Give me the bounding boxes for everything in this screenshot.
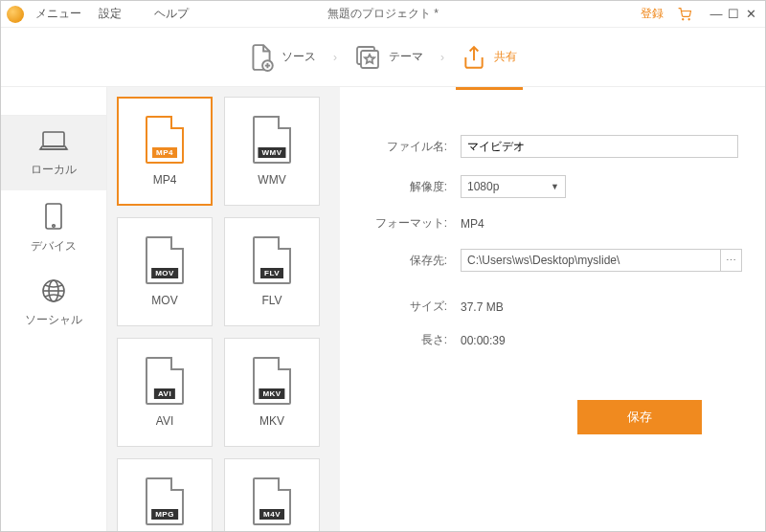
app-window: メニュー 設定 ヘルプ 無題のプロジェクト * 登録 — ☐ ✕ ソース › テ… <box>0 0 766 532</box>
save-button[interactable]: 保存 <box>577 400 702 434</box>
chevron-down-icon: ▼ <box>551 182 559 191</box>
sidebar-item-label: デバイス <box>31 238 77 255</box>
file-icon: M4V <box>253 477 291 525</box>
document-plus-icon <box>249 43 274 72</box>
file-icon: FLV <box>253 236 291 284</box>
resolution-value: 1080p <box>467 180 499 193</box>
file-icon: MKV <box>253 357 291 405</box>
export-form: ファイル名: 解像度: 1080p ▼ フォーマット: MP4 保存先: C:\… <box>340 87 765 531</box>
sidebar-item-label: ソーシャル <box>25 312 82 328</box>
mobile-icon <box>44 202 63 231</box>
chevron-right-icon: › <box>440 51 444 64</box>
format-label: WMV <box>258 173 285 187</box>
size-label: サイズ: <box>363 299 447 315</box>
format-card-mp4[interactable]: MP4MP4 <box>117 97 213 206</box>
filename-input[interactable] <box>461 135 738 158</box>
format-panel[interactable]: MP4MP4WMVWMVMOVMOVFLVFLVAVIAVIMKVMKVMPGM… <box>107 87 340 531</box>
maximize-icon[interactable]: ☐ <box>725 7 742 21</box>
sidebar-item-label: ローカル <box>31 162 77 178</box>
close-icon[interactable]: ✕ <box>742 7 759 21</box>
register-link[interactable]: 登録 <box>641 6 664 22</box>
svg-rect-9 <box>43 132 64 146</box>
globe-icon <box>40 277 67 304</box>
format-value: MP4 <box>461 217 484 231</box>
file-icon: MP4 <box>146 116 184 164</box>
file-icon: WMV <box>253 116 291 164</box>
file-icon: MOV <box>146 236 184 284</box>
ellipsis-icon: ⋯ <box>726 255 736 267</box>
help-button[interactable]: ヘルプ <box>154 6 189 22</box>
star-badge-icon <box>354 44 381 71</box>
format-card-m4v[interactable]: M4VM4V <box>224 458 320 531</box>
format-badge: WMV <box>258 147 285 158</box>
chevron-right-icon: › <box>333 51 337 64</box>
format-badge: MPG <box>151 509 178 520</box>
share-icon <box>462 45 486 70</box>
length-label: 長さ: <box>363 332 447 348</box>
format-badge: MKV <box>259 388 284 399</box>
sidebar-item-local[interactable]: ローカル <box>1 116 106 190</box>
resolution-select[interactable]: 1080p ▼ <box>461 175 566 198</box>
length-value: 00:00:39 <box>461 334 506 347</box>
format-badge: AVI <box>154 388 175 399</box>
savepath-value: C:\Users\ws\Desktop\myslide\ <box>467 254 620 267</box>
svg-point-11 <box>53 224 56 227</box>
format-card-flv[interactable]: FLVFLV <box>224 217 320 326</box>
format-badge: FLV <box>260 268 283 278</box>
sidebar-item-social[interactable]: ソーシャル <box>1 265 106 340</box>
step-source-label: ソース <box>282 49 316 65</box>
step-source[interactable]: ソース <box>249 43 316 72</box>
app-logo-icon <box>7 6 24 23</box>
sidebar-item-device[interactable]: デバイス <box>1 190 106 265</box>
format-label: AVI <box>156 414 173 428</box>
format-badge: MP4 <box>152 147 177 158</box>
cart-icon[interactable] <box>677 8 692 21</box>
settings-button[interactable]: 設定 <box>99 6 122 22</box>
sidebar-blank <box>1 87 106 116</box>
file-icon: AVI <box>146 357 184 405</box>
format-card-mpg[interactable]: MPGMPG <box>117 458 213 531</box>
step-share[interactable]: 共有 <box>462 45 517 70</box>
laptop-icon <box>38 129 69 154</box>
format-label: MKV <box>259 414 284 428</box>
left-sidebar: ローカル デバイス ソーシャル <box>1 87 107 531</box>
browse-button[interactable]: ⋯ <box>721 249 742 272</box>
format-card-wmv[interactable]: WMVWMV <box>224 97 320 206</box>
format-label: MP4 <box>153 173 177 187</box>
svg-point-0 <box>683 18 684 19</box>
savepath-input[interactable]: C:\Users\ws\Desktop\myslide\ <box>461 249 721 272</box>
savepath-label: 保存先: <box>363 253 447 269</box>
file-icon: MPG <box>146 477 184 525</box>
step-bar: ソース › テーマ › 共有 <box>1 28 765 87</box>
format-card-avi[interactable]: AVIAVI <box>117 338 213 447</box>
format-card-mov[interactable]: MOVMOV <box>117 217 213 326</box>
step-theme-label: テーマ <box>389 49 423 65</box>
step-theme[interactable]: テーマ <box>354 44 423 71</box>
window-title: 無題のプロジェクト * <box>327 6 439 22</box>
titlebar: メニュー 設定 ヘルプ 無題のプロジェクト * 登録 — ☐ ✕ <box>1 1 765 28</box>
menu-button[interactable]: メニュー <box>35 6 81 22</box>
size-value: 37.7 MB <box>461 300 504 314</box>
main-area: ローカル デバイス ソーシャル MP4MP4WMVWMVMOVMOVFLVFLV… <box>1 87 765 531</box>
format-card-mkv[interactable]: MKVMKV <box>224 338 320 447</box>
svg-point-1 <box>688 18 689 19</box>
minimize-icon[interactable]: — <box>708 7 725 21</box>
format-label: MOV <box>151 294 177 307</box>
format-label: フォーマット: <box>363 215 447 232</box>
resolution-label: 解像度: <box>363 179 447 195</box>
filename-label: ファイル名: <box>363 139 447 155</box>
step-share-label: 共有 <box>494 49 517 65</box>
format-badge: MOV <box>151 268 178 278</box>
format-badge: M4V <box>259 509 284 520</box>
format-label: FLV <box>261 294 282 307</box>
